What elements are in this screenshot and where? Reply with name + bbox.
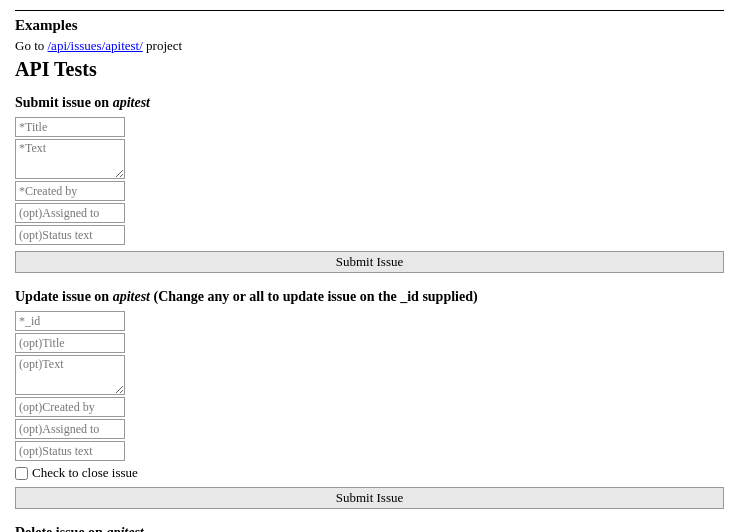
close-issue-label-text: Check to close issue xyxy=(32,465,138,481)
submit-issue-button[interactable]: Submit Issue xyxy=(15,251,724,273)
delete-title-prefix: Delete issue on xyxy=(15,525,103,532)
update-text-field[interactable] xyxy=(15,355,125,395)
submit-form: Submit Issue xyxy=(15,117,724,273)
submit-section-title: Submit issue on apitest xyxy=(15,95,724,111)
project-text: project xyxy=(146,38,182,53)
text-field[interactable] xyxy=(15,139,125,179)
created-by-field[interactable] xyxy=(15,181,125,201)
delete-section-title: Delete issue on apitest xyxy=(15,525,724,532)
update-title-prefix: Update issue on xyxy=(15,289,109,304)
update-title-em: apitest xyxy=(113,289,150,304)
update-id-field[interactable] xyxy=(15,311,125,331)
update-form: Check to close issue Submit Issue xyxy=(15,311,724,509)
update-assigned-to-field[interactable] xyxy=(15,419,125,439)
submit-title-prefix: Submit issue on xyxy=(15,95,109,110)
update-title-field[interactable] xyxy=(15,333,125,353)
close-issue-checkbox[interactable] xyxy=(15,467,28,480)
go-to-line: Go to /api/issues/apitest/ project xyxy=(15,38,724,54)
go-to-text: Go to xyxy=(15,38,44,53)
delete-title-em: apitest xyxy=(106,525,143,532)
api-title: API Tests xyxy=(15,58,724,81)
update-title-suffix-text: (Change any or all to update issue on th… xyxy=(153,289,477,304)
submit-title-em: apitest xyxy=(113,95,150,110)
update-submit-issue-button[interactable]: Submit Issue xyxy=(15,487,724,509)
update-section-title: Update issue on apitest (Change any or a… xyxy=(15,289,724,305)
title-field[interactable] xyxy=(15,117,125,137)
update-created-by-field[interactable] xyxy=(15,397,125,417)
status-text-field[interactable] xyxy=(15,225,125,245)
examples-heading: Examples xyxy=(15,10,724,34)
api-issues-link[interactable]: /api/issues/apitest/ xyxy=(48,38,143,53)
close-issue-checkbox-label: Check to close issue xyxy=(15,465,724,481)
update-status-text-field[interactable] xyxy=(15,441,125,461)
assigned-to-field[interactable] xyxy=(15,203,125,223)
